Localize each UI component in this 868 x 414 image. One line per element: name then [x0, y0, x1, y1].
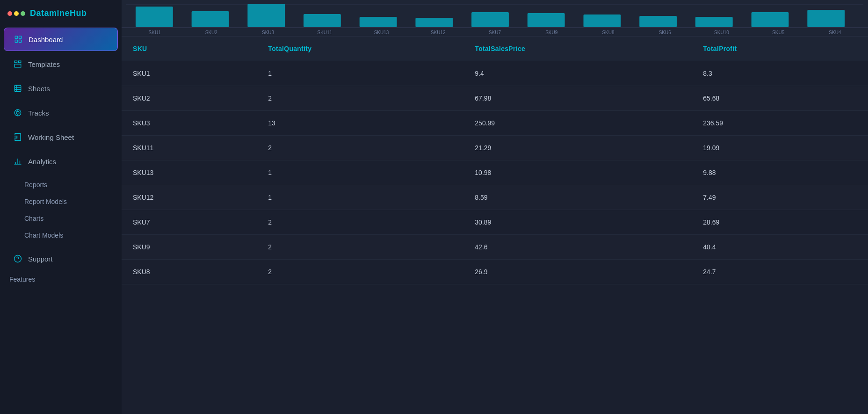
sidebar-item-report-models[interactable]: Report Models — [0, 193, 122, 210]
x-label-sku8: SKU8 — [580, 30, 637, 35]
analytics-submenu: Reports Report Models Charts Chart Model… — [0, 174, 122, 247]
svg-rect-24 — [360, 17, 397, 27]
sidebar-item-features[interactable]: Features — [0, 271, 122, 288]
x-label-sku5: SKU5 — [750, 30, 807, 35]
sidebar-item-tracks[interactable]: Tracks — [4, 102, 118, 124]
cell-total-profit: 9.88 — [692, 160, 868, 185]
sidebar-item-chart-models[interactable]: Chart Models — [0, 227, 122, 244]
cell-sku: SKU12 — [122, 185, 257, 210]
cell-total-quantity: 1 — [257, 61, 463, 86]
cell-total-quantity: 13 — [257, 111, 463, 136]
table-row: SKU12 1 8.59 7.49 — [122, 185, 868, 210]
sheets-label: Sheets — [28, 85, 50, 93]
logo-dots — [7, 11, 25, 16]
svg-point-17 — [14, 255, 22, 262]
cell-total-quantity: 2 — [257, 235, 463, 260]
col-header-total-quantity: TotalQuantity — [257, 36, 463, 61]
svg-rect-29 — [639, 16, 677, 27]
svg-rect-30 — [695, 17, 733, 27]
cell-total-quantity: 2 — [257, 136, 463, 160]
svg-rect-28 — [584, 15, 621, 27]
table-container: SKU TotalQuantity TotalSalesPrice TotalP… — [122, 36, 868, 414]
svg-rect-20 — [136, 7, 173, 27]
x-label-sku3: SKU3 — [239, 30, 296, 35]
cell-sku: SKU3 — [122, 111, 257, 136]
svg-point-9 — [16, 111, 19, 114]
table-row: SKU2 2 67.98 65.68 — [122, 86, 868, 111]
x-label-sku12: SKU12 — [410, 30, 466, 35]
data-table: SKU TotalQuantity TotalSalesPrice TotalP… — [122, 36, 868, 284]
table-row: SKU8 2 26.9 24.7 — [122, 260, 868, 284]
analytics-label: Analytics — [28, 158, 56, 166]
sidebar-item-dashboard[interactable]: Dashboard — [4, 28, 118, 51]
cell-total-sales-price: 21.29 — [463, 136, 692, 160]
sidebar-item-charts[interactable]: Charts — [0, 210, 122, 227]
sidebar-item-templates[interactable]: Templates — [4, 53, 118, 75]
support-icon — [13, 254, 22, 263]
cell-total-sales-price: 9.4 — [463, 61, 692, 86]
sidebar: DatamineHub Dashboard Templates — [0, 0, 122, 414]
svg-rect-27 — [528, 13, 565, 27]
cell-total-quantity: 2 — [257, 86, 463, 111]
cell-total-sales-price: 26.9 — [463, 260, 692, 284]
cell-sku: SKU11 — [122, 136, 257, 160]
cell-total-profit: 8.3 — [692, 61, 868, 86]
cell-total-sales-price: 10.98 — [463, 160, 692, 185]
support-label: Support — [28, 255, 53, 263]
cell-total-profit: 19.09 — [692, 136, 868, 160]
cell-total-sales-price: 42.6 — [463, 235, 692, 260]
tracks-icon — [13, 108, 22, 117]
analytics-icon — [13, 157, 22, 166]
svg-rect-1 — [19, 36, 22, 38]
svg-rect-4 — [14, 85, 21, 92]
sidebar-item-sheets[interactable]: Sheets — [4, 77, 118, 100]
cell-sku: SKU7 — [122, 210, 257, 235]
cell-total-profit: 24.7 — [692, 260, 868, 284]
sidebar-item-reports[interactable]: Reports — [0, 176, 122, 193]
svg-rect-21 — [192, 11, 229, 27]
svg-rect-26 — [471, 12, 509, 27]
x-label-sku6: SKU6 — [637, 30, 693, 35]
cell-total-profit: 40.4 — [692, 235, 868, 260]
table-row: SKU7 2 30.89 28.69 — [122, 210, 868, 235]
chart-area — [122, 0, 868, 28]
x-label-sku13: SKU13 — [353, 30, 410, 35]
logo-dot-red — [7, 11, 12, 16]
cell-total-quantity: 2 — [257, 260, 463, 284]
x-label-sku7: SKU7 — [466, 30, 523, 35]
templates-label: Templates — [28, 60, 60, 68]
cell-total-profit: 236.59 — [692, 111, 868, 136]
table-row: SKU3 13 250.99 236.59 — [122, 111, 868, 136]
svg-rect-3 — [19, 40, 22, 43]
working-sheet-icon — [13, 132, 22, 142]
cell-sku: SKU13 — [122, 160, 257, 185]
dashboard-label: Dashboard — [29, 36, 63, 44]
table-header: SKU TotalQuantity TotalSalesPrice TotalP… — [122, 36, 868, 61]
col-header-total-profit: TotalProfit — [692, 36, 868, 61]
x-label-sku2: SKU2 — [183, 30, 239, 35]
cell-total-quantity: 1 — [257, 160, 463, 185]
svg-rect-22 — [247, 4, 285, 27]
cell-total-profit: 65.68 — [692, 86, 868, 111]
sidebar-item-support[interactable]: Support — [4, 247, 118, 270]
table-row: SKU9 2 42.6 40.4 — [122, 235, 868, 260]
working-sheet-label: Working Sheet — [28, 133, 74, 141]
svg-rect-0 — [15, 36, 17, 38]
cell-total-sales-price: 250.99 — [463, 111, 692, 136]
cell-sku: SKU8 — [122, 260, 257, 284]
sidebar-item-analytics[interactable]: Analytics — [4, 150, 118, 173]
col-header-total-sales-price: TotalSalesPrice — [463, 36, 692, 61]
svg-rect-23 — [304, 14, 341, 27]
sidebar-item-working-sheet[interactable]: Working Sheet — [4, 126, 118, 148]
main-content: SKU1 SKU2 SKU3 SKU11 SKU13 SKU12 SKU7 SK… — [122, 0, 868, 414]
x-label-sku4: SKU4 — [807, 30, 863, 35]
svg-rect-32 — [807, 10, 845, 27]
sheets-icon — [13, 84, 22, 93]
cell-total-sales-price: 67.98 — [463, 86, 692, 111]
x-label-sku9: SKU9 — [523, 30, 580, 35]
table-body: SKU1 1 9.4 8.3 SKU2 2 67.98 65.68 SKU3 1… — [122, 61, 868, 284]
svg-rect-31 — [752, 12, 789, 27]
logo-dot-green — [21, 11, 25, 16]
logo-dot-yellow — [14, 11, 19, 16]
tracks-label: Tracks — [28, 109, 49, 117]
